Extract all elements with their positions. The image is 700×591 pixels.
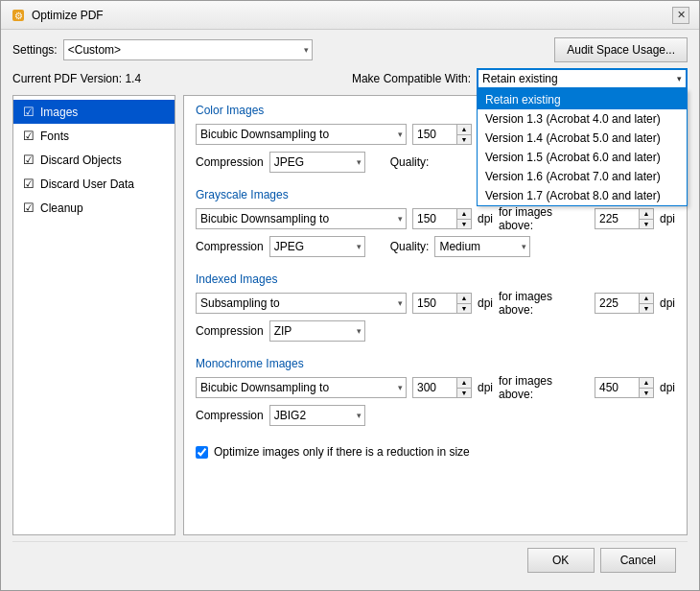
indexed-images-title: Indexed Images (196, 272, 675, 286)
dialog-body: Settings: <Custom> Audit Space Usage... … (1, 30, 699, 590)
grayscale-dpi-down[interactable]: ▼ (457, 219, 471, 229)
monochrome-above-dpi-up[interactable]: ▲ (640, 378, 653, 388)
grayscale-compression-combo-wrapper: JPEG (269, 236, 365, 257)
nav-item-images[interactable]: ☑ Images (13, 100, 175, 124)
cancel-button[interactable]: Cancel (600, 548, 676, 573)
monochrome-above-dpi-down[interactable]: ▼ (640, 388, 653, 398)
optimize-checkbox-row: Optimize images only if there is a reduc… (196, 445, 675, 459)
grayscale-compression-label: Compression (196, 240, 264, 253)
compat-option-retain[interactable]: Retain existing (478, 90, 687, 109)
close-button[interactable]: ✕ (672, 7, 689, 24)
indexed-dpi-spin[interactable]: ▲ ▼ (412, 293, 472, 314)
grayscale-above-dpi-spin[interactable]: ▲ ▼ (595, 208, 654, 229)
compat-option-v13[interactable]: Version 1.3 (Acrobat 4.0 and later) (478, 109, 687, 129)
compat-selected-value: Retain existing (482, 72, 558, 85)
grayscale-above-dpi-down[interactable]: ▼ (640, 219, 653, 229)
cleanup-check-icon: ☑ (23, 201, 35, 215)
compat-select-container: Retain existing ▾ Retain existing Versio… (477, 68, 688, 89)
title-bar: ⚙ Optimize PDF ✕ (1, 1, 699, 30)
monochrome-downsample-row: Bicubic Downsampling to ▲ ▼ dpi for imag… (196, 374, 675, 401)
indexed-compression-select[interactable]: ZIP (269, 320, 365, 342)
fonts-check-icon: ☑ (23, 129, 35, 143)
nav-images-label: Images (40, 106, 78, 119)
grayscale-downsample-select[interactable]: Bicubic Downsampling to (196, 208, 407, 229)
monochrome-dpi-unit: dpi (478, 381, 493, 394)
grayscale-dpi-unit: dpi (478, 212, 493, 225)
color-dpi-up[interactable]: ▲ (457, 125, 471, 134)
compat-arrow: ▾ (677, 74, 682, 83)
compat-option-v14[interactable]: Version 1.4 (Acrobat 5.0 and later) (478, 129, 687, 148)
ok-button[interactable]: OK (527, 548, 595, 573)
grayscale-quality-select[interactable]: Medium (434, 236, 530, 257)
monochrome-images-title: Monochrome Images (196, 357, 675, 370)
grayscale-downsample-combo-wrapper: Bicubic Downsampling to (196, 208, 407, 229)
grayscale-compression-row: Compression JPEG Quality: Medium (196, 236, 675, 257)
monochrome-dpi-up[interactable]: ▲ (457, 378, 471, 388)
monochrome-compression-combo-wrapper: JBIG2 (269, 405, 365, 426)
indexed-dpi-unit: dpi (478, 296, 493, 310)
make-compatible-label: Make Compatible With: (352, 72, 471, 85)
compat-option-v16[interactable]: Version 1.6 (Acrobat 7.0 and later) (478, 167, 687, 186)
grayscale-dpi-input[interactable] (413, 210, 456, 227)
grayscale-dpi-spin[interactable]: ▲ ▼ (412, 208, 472, 229)
bottom-row: OK Cancel (12, 541, 688, 582)
nav-item-discard-user-data[interactable]: ☑ Discard User Data (13, 172, 175, 196)
monochrome-above-dpi-input[interactable] (595, 379, 639, 396)
monochrome-compression-label: Compression (196, 409, 264, 422)
nav-item-discard-objects[interactable]: ☑ Discard Objects (13, 148, 175, 172)
color-dpi-down[interactable]: ▼ (457, 134, 471, 145)
color-dpi-spin[interactable]: ▲ ▼ (412, 124, 472, 145)
color-compression-select[interactable]: JPEG (269, 152, 365, 173)
top-row: Settings: <Custom> Audit Space Usage... (12, 37, 688, 62)
settings-label: Settings: (12, 43, 58, 57)
color-compression-label: Compression (196, 155, 264, 169)
audit-space-button[interactable]: Audit Space Usage... (554, 37, 688, 62)
grayscale-dpi-up[interactable]: ▲ (457, 209, 471, 219)
indexed-dpi-up[interactable]: ▲ (457, 294, 471, 303)
images-check-icon: ☑ (23, 105, 35, 119)
color-dpi-input[interactable] (413, 126, 456, 143)
grayscale-downsample-row: Bicubic Downsampling to ▲ ▼ dpi for imag… (196, 205, 675, 232)
version-row: Current PDF Version: 1.4 Make Compatible… (12, 68, 688, 89)
color-quality-label: Quality: (390, 155, 430, 169)
compat-option-v17[interactable]: Version 1.7 (Acrobat 8.0 and later) (478, 186, 687, 205)
indexed-above-dpi-input[interactable] (595, 295, 639, 312)
monochrome-above-dpi-unit: dpi (660, 381, 675, 394)
indexed-compression-row: Compression ZIP (196, 320, 675, 342)
monochrome-downsample-select[interactable]: Bicubic Downsampling to (196, 377, 407, 398)
nav-item-cleanup[interactable]: ☑ Cleanup (13, 196, 175, 220)
indexed-above-dpi-unit: dpi (660, 296, 675, 310)
compat-option-v15[interactable]: Version 1.5 (Acrobat 6.0 and later) (478, 148, 687, 167)
indexed-above-dpi-spin[interactable]: ▲ ▼ (595, 293, 654, 314)
color-downsample-select[interactable]: Bicubic Downsampling to (196, 124, 407, 145)
monochrome-dpi-input[interactable] (413, 379, 456, 396)
indexed-downsample-row: Subsampling to ▲ ▼ dpi for images above: (196, 290, 675, 317)
optimize-checkbox[interactable] (196, 446, 208, 459)
monochrome-compression-row: Compression JBIG2 (196, 405, 675, 426)
grayscale-compression-select[interactable]: JPEG (269, 236, 365, 257)
monochrome-above-dpi-spin[interactable]: ▲ ▼ (595, 377, 654, 398)
grayscale-quality-label: Quality: (390, 240, 430, 253)
grayscale-above-dpi-unit: dpi (660, 212, 675, 225)
settings-combo-wrapper: <Custom> (63, 39, 313, 60)
indexed-above-label: for images above: (499, 290, 589, 317)
nav-item-fonts[interactable]: ☑ Fonts (13, 124, 175, 148)
monochrome-images-section: Monochrome Images Bicubic Downsampling t… (196, 357, 675, 430)
monochrome-downsample-combo-wrapper: Bicubic Downsampling to (196, 377, 407, 398)
indexed-dpi-down[interactable]: ▼ (457, 303, 471, 314)
monochrome-compression-select[interactable]: JBIG2 (269, 405, 365, 426)
grayscale-above-dpi-input[interactable] (595, 210, 639, 227)
indexed-downsample-select[interactable]: Subsampling to (196, 293, 407, 314)
grayscale-above-dpi-up[interactable]: ▲ (640, 209, 653, 219)
settings-select[interactable]: <Custom> (63, 39, 313, 60)
indexed-dpi-input[interactable] (413, 295, 456, 312)
optimize-checkbox-label: Optimize images only if there is a reduc… (214, 445, 470, 459)
monochrome-dpi-spin[interactable]: ▲ ▼ (412, 377, 472, 398)
indexed-above-dpi-down[interactable]: ▼ (640, 303, 653, 314)
settings-row: Settings: <Custom> (12, 39, 313, 60)
indexed-above-dpi-up[interactable]: ▲ (640, 294, 653, 303)
color-downsample-combo-wrapper: Bicubic Downsampling to (196, 124, 407, 145)
compat-select-display[interactable]: Retain existing ▾ (477, 68, 688, 89)
current-version-label: Current PDF Version: 1.4 (12, 72, 141, 85)
monochrome-dpi-down[interactable]: ▼ (457, 388, 471, 398)
